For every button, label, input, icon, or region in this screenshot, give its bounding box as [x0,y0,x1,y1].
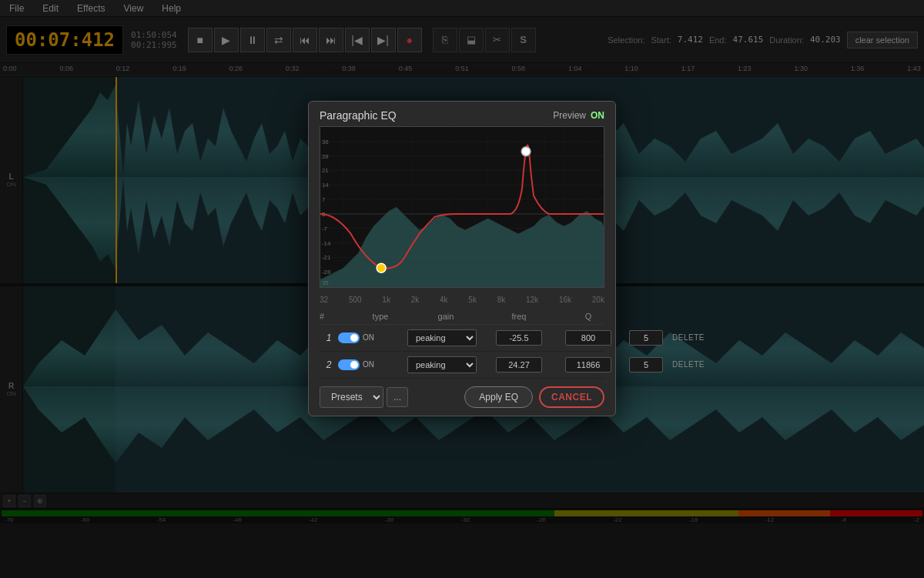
presets-select[interactable]: Presets [320,386,383,408]
band-2-q-input[interactable] [629,357,663,373]
svg-text:-21: -21 [322,254,331,261]
col-num: # [320,312,338,321]
band-1-type-select[interactable]: peaking lowshelf highshelf lowpass highp… [407,329,477,346]
svg-text:28: 28 [322,152,329,159]
band-2-on-label: ON [363,360,374,369]
band-2-enable-toggle[interactable] [338,359,360,370]
cancel-button[interactable]: CANCEL [539,386,604,408]
col-freq: freq [484,312,554,321]
svg-text:21: 21 [322,167,329,174]
band-1-toggle: ON [338,332,400,343]
eq-title: Paragraphic EQ [320,109,397,122]
band-2-num: 2 [320,359,338,370]
svg-text:-14: -14 [322,239,331,246]
presets-group: Presets ... [320,386,408,408]
preview-label: Preview [553,110,586,121]
svg-text:-7: -7 [322,225,327,232]
svg-text:7: 7 [322,196,325,203]
band-2-delete-button[interactable]: DELETE [669,360,708,369]
eq-graph[interactable]: 36 28 21 14 7 0 -7 -14 -21 -28 35 [320,126,604,288]
svg-text:-28: -28 [322,269,331,276]
band-2-gain-input[interactable] [496,357,542,373]
more-options-button[interactable]: ... [387,387,408,407]
svg-point-34 [377,263,386,272]
band-1-q-input[interactable] [629,330,663,346]
apply-eq-button[interactable]: Apply EQ [464,386,533,408]
eq-band-row-1: 1 ON peaking lowshelf highshelf lowpass … [320,325,604,352]
preview-toggle: Preview ON [553,110,604,121]
eq-modal: Paragraphic EQ Preview ON [308,101,616,416]
band-1-gain-input[interactable] [496,330,542,346]
eq-freq-labels: 32 500 1k 2k 4k 5k 8k 12k 16k 20k [309,294,615,309]
svg-point-35 [521,146,531,155]
svg-text:36: 36 [322,138,329,145]
eq-band-header: # type gain freq Q [320,309,604,325]
band-1-enable-toggle[interactable] [338,332,360,343]
eq-bottom: Presets ... Apply EQ CANCEL [309,379,615,416]
col-delete [623,312,669,321]
band-1-on-label: ON [363,333,374,342]
action-group: Apply EQ CANCEL [464,386,604,408]
band-1-delete-button[interactable]: DELETE [669,333,708,342]
col-type: type [338,312,400,321]
eq-band-row-2: 2 ON peaking lowshelf highshelf lowpass … [320,352,604,379]
band-2-toggle: ON [338,359,400,370]
modal-overlay: Paragraphic EQ Preview ON [0,0,924,578]
svg-text:35: 35 [322,279,329,286]
band-2-type-select[interactable]: peaking lowshelf highshelf lowpass highp… [407,356,477,373]
band-2-freq-input[interactable] [565,357,611,373]
col-q: Q [554,312,623,321]
svg-text:14: 14 [322,182,329,189]
col-gain: gain [400,312,484,321]
eq-bands: # type gain freq Q 1 ON peaking lowshelf [309,309,615,379]
band-1-freq-input[interactable] [565,330,611,346]
band-1-num: 1 [320,332,338,343]
eq-header: Paragraphic EQ Preview ON [309,102,615,126]
preview-value: ON [591,110,604,121]
